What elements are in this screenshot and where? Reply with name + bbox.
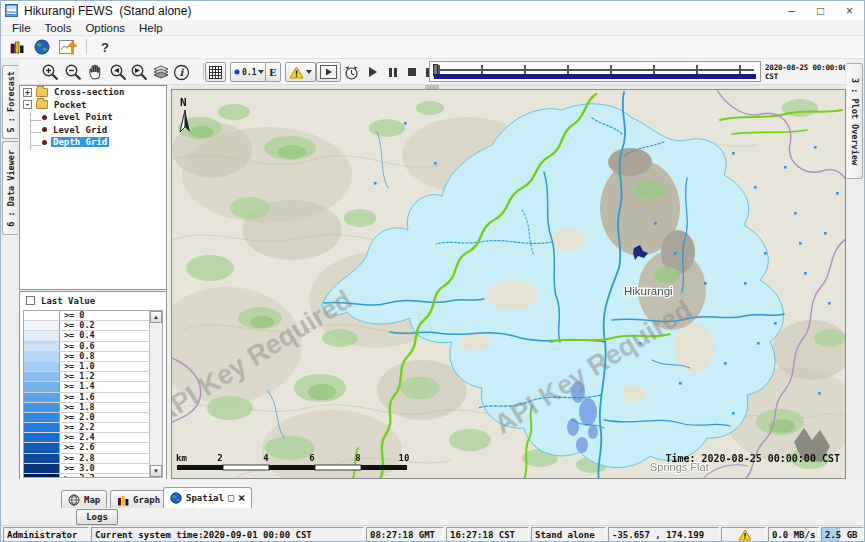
last-value-checkbox[interactable] [26, 296, 35, 305]
legend-color-swatch [24, 321, 60, 330]
tab-spatial[interactable]: Spatial □ × [163, 487, 252, 508]
stop-button[interactable] [408, 62, 416, 82]
svg-text:i: i [180, 67, 185, 78]
legend-color-swatch [24, 342, 60, 351]
chart-upload-icon[interactable] [59, 40, 78, 55]
legend-title: Last Value [41, 296, 95, 306]
svg-text:N: N [180, 96, 187, 109]
menu-tools[interactable]: Tools [38, 22, 79, 34]
legend-row-label: >= 3.0 [60, 464, 95, 473]
pan-hand-icon[interactable] [87, 62, 105, 82]
close-button[interactable]: × [835, 1, 864, 20]
scroll-down-icon[interactable]: ▼ [150, 465, 162, 477]
status-warnings[interactable] [721, 527, 766, 542]
menu-bar: FileToolsOptionsHelp [1, 20, 864, 36]
tree-item-level-point[interactable]: Level Point [20, 111, 166, 124]
tree-item-label[interactable]: Level Point [51, 112, 115, 122]
database-viewer-icon[interactable] [10, 40, 25, 54]
svg-text:6: 6 [309, 453, 314, 463]
bar-chart-icon [117, 494, 129, 506]
legend-color-swatch [24, 331, 60, 340]
help-button[interactable]: ? [101, 40, 109, 55]
left-tab-strip: 5 : Forecast 6 : Data Viewer [1, 59, 19, 525]
animation-box-button[interactable] [316, 62, 341, 82]
tree-item-label[interactable]: Cross-section [52, 87, 126, 97]
legend-color-swatch [24, 464, 60, 473]
legend-color-swatch [24, 352, 60, 361]
tree-expander-icon[interactable]: + [23, 88, 32, 97]
tab-close-icon[interactable]: × [238, 493, 245, 503]
legend-row-label: >= 1.4 [60, 382, 95, 391]
timeline-period-bar [434, 74, 756, 79]
tree-item-level-grid[interactable]: Level Grid [20, 124, 166, 137]
legend-row-label: >= 0.2 [60, 321, 95, 330]
legend-row-label: >= 2.4 [60, 433, 95, 442]
legend-row-label: >= 1.8 [60, 403, 95, 412]
tree-item-label[interactable]: Pocket [52, 100, 89, 110]
tree-item-pocket[interactable]: -Pocket [20, 99, 166, 112]
zoom-previous-icon[interactable] [109, 62, 128, 82]
warning-filter-dropdown[interactable] [285, 62, 316, 82]
menu-options[interactable]: Options [78, 22, 132, 34]
warning-triangle-icon[interactable] [738, 529, 752, 541]
chevron-down-icon [258, 70, 264, 74]
folder-icon [36, 100, 48, 109]
tab-restore-icon[interactable]: □ [228, 493, 234, 503]
tree-item-cross-section[interactable]: +Cross-section [20, 86, 166, 99]
status-local-time: 16:27:18 CST [446, 527, 529, 542]
tree-item-depth-grid[interactable]: Depth Grid [20, 136, 166, 149]
estimate-button[interactable]: E [265, 62, 281, 82]
status-mode: Stand alone [531, 527, 606, 542]
zoom-in-icon[interactable] [41, 62, 60, 82]
grid-display-button[interactable] [205, 62, 226, 82]
tree-item-label[interactable]: Level Grid [51, 125, 109, 135]
menu-file[interactable]: File [5, 22, 38, 34]
zoom-out-icon[interactable] [64, 62, 83, 82]
legend-row-label: >= 2.6 [60, 443, 95, 452]
zoom-next-icon[interactable] [130, 62, 149, 82]
globe-explorer-icon[interactable] [34, 39, 50, 55]
minimize-button[interactable]: – [777, 1, 806, 20]
scroll-up-icon[interactable]: ▲ [150, 311, 162, 323]
tab-plot-overview[interactable]: 3 : Plot Overview [847, 63, 863, 179]
status-coordinates: -35.657 , 174.199 [608, 527, 719, 542]
tab-graph[interactable]: Graph [110, 490, 167, 508]
leaf-bullet-icon [42, 115, 47, 120]
legend-classbreak-list: >= 0>= 0.2>= 0.4>= 0.6>= 0.8>= 1.0>= 1.2… [23, 310, 163, 478]
tab-data-viewer[interactable]: 6 : Data Viewer [2, 141, 18, 235]
tab-map-label: Map [84, 495, 100, 505]
pause-button[interactable] [389, 62, 397, 82]
legend-color-swatch [24, 403, 60, 412]
legend-color-swatch [24, 433, 60, 442]
timeline-slider[interactable] [429, 61, 761, 82]
decimal-precision-dropdown[interactable]: 0.1 [230, 62, 268, 82]
animation-settings-icon[interactable] [343, 62, 360, 82]
legend-row-label: >= 1.6 [60, 393, 95, 402]
tab-map[interactable]: Map [61, 490, 107, 508]
legend-color-swatch [24, 372, 60, 381]
maximize-button[interactable]: □ [806, 1, 835, 20]
right-tab-strip: 3 : Plot Overview [845, 59, 864, 525]
status-bar: AdministratorCurrent system time:2020-09… [1, 525, 864, 542]
tree-expander-icon[interactable]: - [23, 100, 32, 109]
svg-text:4: 4 [263, 453, 269, 463]
legend-color-swatch [24, 362, 60, 371]
logs-button[interactable]: Logs [76, 509, 118, 525]
legend-color-swatch [24, 443, 60, 452]
layer-tree-panel: +Cross-section-PocketLevel PointLevel Gr… [19, 85, 167, 290]
window-title: Hikurangi FEWS (Stand alone) [24, 4, 191, 18]
play-button[interactable] [369, 62, 377, 82]
app-logo-icon [5, 4, 18, 17]
map-canvas[interactable]: API Key Required API Key Required Hikura… [171, 89, 846, 479]
legend-scrollbar[interactable]: ▲ ▼ [149, 311, 162, 477]
layers-icon[interactable] [152, 62, 170, 82]
menu-help[interactable]: Help [132, 22, 170, 34]
title-bar: Hikurangi FEWS (Stand alone) – □ × [1, 1, 864, 20]
legend-row-label: >= 0.4 [60, 331, 95, 340]
status-user: Administrator [3, 527, 89, 542]
legend-row-label: >= 1.2 [60, 372, 95, 381]
tab-forecast[interactable]: 5 : Forecast [2, 65, 18, 139]
tree-item-label[interactable]: Depth Grid [51, 137, 109, 147]
info-icon[interactable]: i [173, 62, 190, 82]
warning-triangle-icon [289, 66, 304, 79]
